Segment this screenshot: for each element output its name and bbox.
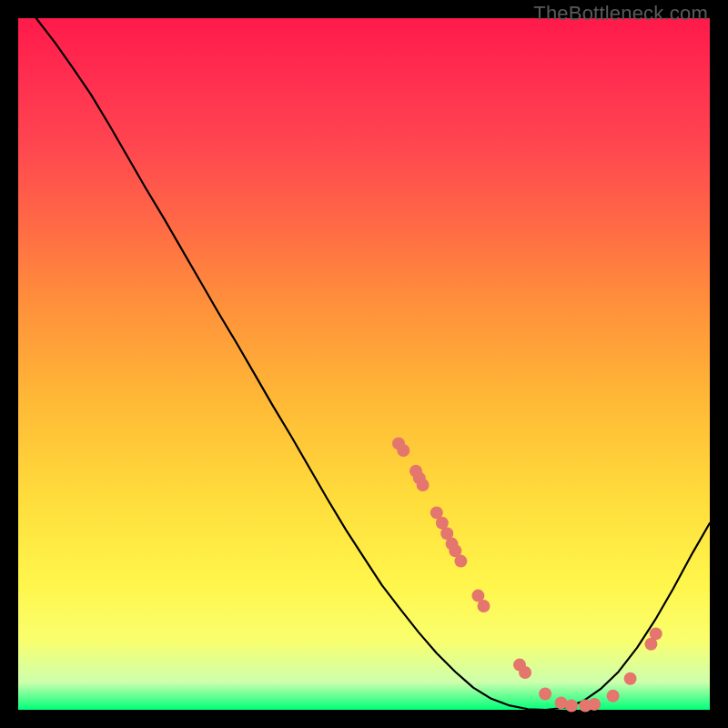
- highlight-marker: [607, 690, 620, 703]
- highlight-marker: [588, 698, 601, 711]
- chart-svg-layer: [18, 18, 710, 710]
- highlight-marker: [565, 699, 578, 712]
- highlight-marker: [624, 672, 637, 685]
- highlight-marker: [454, 555, 467, 568]
- bottleneck-curve: [36, 18, 710, 710]
- chart-plot-area: [18, 18, 710, 710]
- watermark-label: TheBottleneck.com: [533, 2, 708, 25]
- highlight-marker: [417, 479, 430, 491]
- highlight-marker: [539, 688, 551, 701]
- highlight-marker: [397, 444, 410, 457]
- highlight-marker: [477, 600, 490, 612]
- highlight-markers-group: [392, 437, 662, 712]
- highlight-marker: [650, 627, 662, 640]
- highlight-marker: [519, 666, 531, 679]
